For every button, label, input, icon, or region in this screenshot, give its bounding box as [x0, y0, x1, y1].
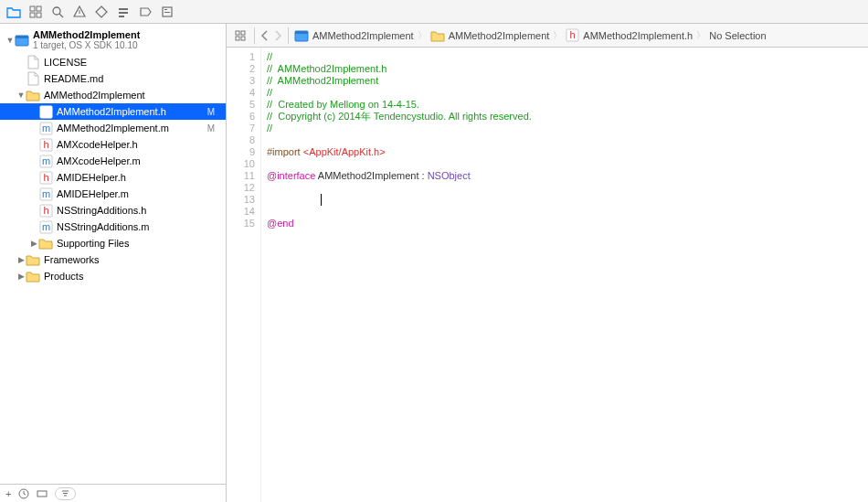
line-number: 6 [227, 111, 255, 123]
line-number: 11 [227, 170, 255, 182]
tree-item-label: AMXcodeHelper.h [57, 139, 220, 150]
m-icon: m [38, 187, 53, 201]
debug-icon[interactable] [115, 4, 132, 20]
tree-row[interactable]: mAMXcodeHelper.m [0, 153, 226, 169]
svg-rect-9 [119, 16, 124, 17]
h-icon: h [38, 137, 53, 152]
svg-rect-7 [119, 8, 128, 10]
svg-rect-3 [37, 13, 41, 17]
test-icon[interactable] [93, 4, 110, 20]
code-line[interactable]: @interface AMMethod2Implement : NSObject [267, 170, 868, 182]
tree-row[interactable]: ▼AMMethod2Implement [0, 87, 226, 103]
code-line[interactable]: // Created by Mellong on 14-4-15. [267, 99, 868, 111]
breakpoint-icon[interactable] [137, 4, 153, 20]
scm-badge: M [207, 107, 220, 117]
svg-rect-39 [241, 37, 245, 40]
breadcrumb-item[interactable]: AMMethod2Implement [294, 28, 414, 43]
tree-row[interactable]: LICENSE [0, 54, 226, 70]
svg-rect-11 [164, 9, 167, 10]
code-line[interactable]: #import <AppKit/AppKit.h> [267, 146, 868, 158]
code-line[interactable]: // Copyright (c) 2014年 Tendencystudio. A… [267, 111, 868, 123]
h-icon: h [566, 28, 579, 42]
breadcrumb-item[interactable]: hAMMethod2Implement.h [566, 28, 693, 42]
disclosure-triangle[interactable]: ▼ [5, 36, 15, 45]
xcodeproj-icon [294, 28, 309, 43]
code-line[interactable]: // AMMethod2Implement [267, 75, 868, 87]
tree-row[interactable]: mNSStringAdditions.m [0, 219, 226, 235]
file-icon [26, 71, 40, 86]
svg-text:h: h [43, 139, 48, 150]
breadcrumb-separator: 〉 [696, 29, 705, 42]
breadcrumb-item[interactable]: AMMethod2Implement [430, 29, 550, 42]
line-number: 9 [227, 146, 255, 158]
line-number: 13 [227, 194, 255, 206]
tree-row[interactable]: ▶Products [0, 268, 226, 284]
code-line[interactable]: // AMMethod2Implement.h [267, 63, 868, 75]
code-line[interactable] [267, 134, 868, 146]
disclosure-triangle[interactable]: ▶ [16, 255, 26, 264]
tree-item-label: Products [44, 271, 220, 282]
code-line[interactable] [267, 206, 868, 218]
tree-row[interactable]: ▶Supporting Files [0, 235, 226, 251]
navigator-sidebar: ▼AMMethod2Implement1 target, OS X SDK 10… [0, 24, 227, 502]
symbol-nav-icon[interactable] [27, 4, 44, 20]
svg-line-5 [59, 14, 63, 17]
recent-icon[interactable] [18, 488, 29, 499]
back-button[interactable] [260, 30, 269, 41]
add-button[interactable]: + [5, 488, 11, 499]
project-tree[interactable]: ▼AMMethod2Implement1 target, OS X SDK 10… [0, 24, 226, 484]
disclosure-triangle[interactable]: ▶ [16, 272, 26, 281]
tree-item-label: AMMethod2Implement.m [57, 123, 207, 134]
code-line[interactable]: // [267, 51, 868, 63]
search-icon[interactable] [49, 4, 66, 20]
m-icon: m [38, 219, 53, 234]
line-number: 15 [227, 218, 255, 230]
separator [288, 27, 289, 44]
breadcrumb-item[interactable]: No Selection [709, 30, 766, 41]
line-number: 5 [227, 99, 255, 111]
code-editor[interactable]: 123456789101112131415 //// AMMethod2Impl… [227, 48, 868, 502]
code-line[interactable] [267, 194, 868, 206]
disclosure-triangle[interactable]: ▶ [29, 239, 38, 248]
folder-icon[interactable] [5, 4, 22, 20]
code-body[interactable]: //// AMMethod2Implement.h// AMMethod2Imp… [261, 48, 868, 502]
issue-icon[interactable] [71, 4, 88, 20]
tree-item-label: NSStringAdditions.m [57, 221, 220, 232]
code-line[interactable] [267, 182, 868, 194]
disclosure-triangle[interactable]: ▼ [16, 91, 26, 100]
code-line[interactable]: // [267, 123, 868, 134]
forward-button[interactable] [274, 30, 282, 41]
tree-row[interactable]: hAMMethod2Implement.hM [0, 103, 226, 120]
tree-row[interactable]: mAMMethod2Implement.mM [0, 120, 226, 136]
breadcrumb-label: No Selection [709, 30, 766, 41]
tree-row[interactable]: README.md [0, 70, 226, 87]
breadcrumb[interactable]: AMMethod2Implement〉AMMethod2Implement〉hA… [294, 28, 767, 43]
folder-icon [26, 252, 40, 267]
project-name: AMMethod2Implement [33, 29, 140, 40]
svg-point-4 [53, 7, 60, 15]
tree-row-project[interactable]: ▼AMMethod2Implement1 target, OS X SDK 10… [0, 27, 226, 54]
svg-text:m: m [41, 155, 49, 166]
scm-icon[interactable] [37, 488, 48, 499]
line-gutter: 123456789101112131415 [227, 48, 261, 502]
code-line[interactable] [267, 158, 868, 170]
tree-row[interactable]: hAMXcodeHelper.h [0, 136, 226, 153]
code-line[interactable]: @end [267, 218, 868, 230]
tree-row[interactable]: hNSStringAdditions.h [0, 202, 226, 219]
tree-row[interactable]: ▶Frameworks [0, 251, 226, 268]
tree-row[interactable]: hAMIDEHelper.h [0, 169, 226, 186]
tree-item-label: Supporting Files [57, 238, 220, 249]
filter-button[interactable] [55, 487, 76, 500]
related-items-icon[interactable] [232, 27, 249, 44]
tree-item-label: AMIDEHelper.m [57, 188, 220, 199]
breadcrumb-separator: 〉 [553, 29, 562, 42]
tree-row[interactable]: mAMIDEHelper.m [0, 186, 226, 202]
jump-bar[interactable]: AMMethod2Implement〉AMMethod2Implement〉hA… [227, 24, 868, 48]
code-line[interactable]: // [267, 87, 868, 99]
report-icon[interactable] [159, 4, 175, 20]
tree-item-label: AMIDEHelper.h [57, 172, 220, 183]
svg-rect-1 [37, 6, 41, 11]
svg-rect-12 [164, 12, 170, 13]
line-number: 10 [227, 158, 255, 170]
line-number: 7 [227, 123, 255, 134]
